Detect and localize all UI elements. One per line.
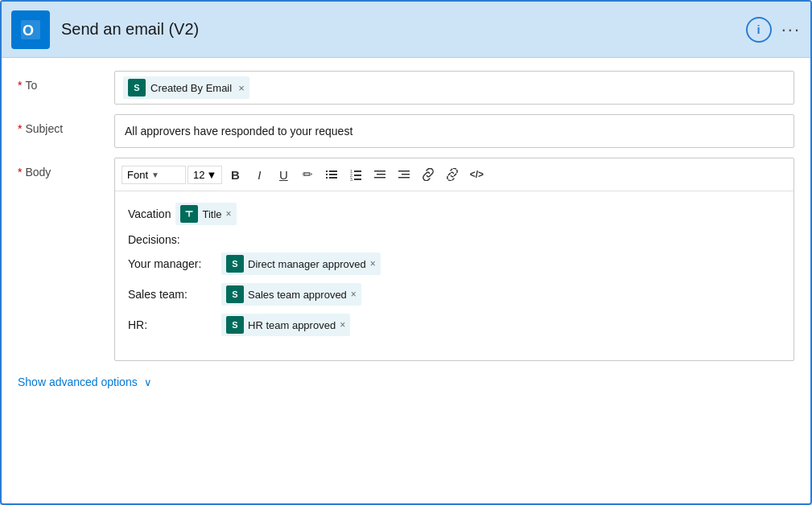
title-tag: Title × <box>175 203 236 225</box>
body-row: *Body Font ▼ 12 ▼ B I <box>18 158 794 361</box>
svg-rect-4 <box>329 170 337 172</box>
decision-tag-1: S Sales team approved × <box>221 283 361 306</box>
to-row: *To S Created By Email × <box>18 71 794 105</box>
svg-rect-10 <box>354 170 361 172</box>
vacation-text: Vacation <box>128 207 171 220</box>
show-advanced-label: Show advanced options <box>18 376 138 388</box>
subject-value: All approvers have responded to your req… <box>125 125 352 138</box>
decision-tag-text-1: Sales team approved <box>248 289 347 301</box>
show-advanced-chevron-icon: ∨ <box>144 376 152 388</box>
decision-row-1: Sales team: S Sales team approved × <box>128 283 781 306</box>
svg-rect-5 <box>326 174 328 175</box>
required-star-to: * <box>18 79 22 92</box>
title-tag-label: Title <box>202 208 221 220</box>
unordered-list-button[interactable] <box>320 163 343 186</box>
ordered-list-button[interactable]: 1. 2. 3. <box>344 163 367 186</box>
decision-tag-icon-0: S <box>226 255 244 273</box>
svg-rect-20 <box>398 177 410 179</box>
decision-tag-0: S Direct manager approved × <box>221 252 381 275</box>
font-select[interactable]: Font ▼ <box>122 166 186 184</box>
decision-tag-text-0: Direct manager approved <box>248 258 366 270</box>
svg-rect-16 <box>377 174 385 175</box>
font-chevron-icon: ▼ <box>151 170 159 179</box>
font-size-chevron-icon: ▼ <box>206 169 216 181</box>
decision-tag-close-2[interactable]: × <box>340 319 345 331</box>
to-tag-label: Created By Email <box>150 82 232 94</box>
svg-rect-12 <box>354 174 361 176</box>
subject-field[interactable]: All approvers have responded to your req… <box>114 114 794 148</box>
svg-rect-18 <box>398 170 410 172</box>
title-tag-close[interactable]: × <box>226 208 232 220</box>
svg-rect-7 <box>326 177 328 179</box>
indent-decrease-button[interactable] <box>369 163 391 186</box>
to-tag-close[interactable]: × <box>238 82 245 94</box>
card-header: O Send an email (V2) i ··· <box>2 2 810 58</box>
required-star-subject: * <box>18 122 22 135</box>
card-content: *To S Created By Email × *Subject All a <box>2 58 810 404</box>
title-tag-icon <box>180 205 198 223</box>
outlook-icon: O <box>11 10 50 49</box>
svg-text:3.: 3. <box>350 177 353 181</box>
to-label: *To <box>18 71 114 92</box>
email-card: O Send an email (V2) i ··· *To S Created… <box>0 0 812 505</box>
italic-button[interactable]: I <box>248 163 270 186</box>
svg-rect-3 <box>326 170 328 172</box>
decision-label-1: Sales team: <box>128 288 216 301</box>
decision-tag-close-0[interactable]: × <box>370 258 376 269</box>
svg-rect-6 <box>329 174 337 175</box>
svg-rect-8 <box>329 177 337 179</box>
font-label: Font <box>127 169 148 181</box>
underline-button[interactable]: U <box>272 163 295 186</box>
decision-label-2: HR: <box>128 318 216 331</box>
decision-tag-close-1[interactable]: × <box>351 289 357 300</box>
font-size-select[interactable]: 12 ▼ <box>188 166 222 184</box>
editor-line-1: Vacation Title × <box>128 203 781 225</box>
link-button[interactable] <box>417 163 439 186</box>
editor-toolbar: Font ▼ 12 ▼ B I U ✏ <box>115 158 793 191</box>
decision-label-0: Your manager: <box>128 257 216 270</box>
decisions-block: Decisions: Your manager: S Direct manage… <box>128 233 781 336</box>
more-options-button[interactable]: ··· <box>781 19 801 40</box>
decision-tag-2: S HR team approved × <box>221 314 350 336</box>
svg-rect-15 <box>374 170 385 172</box>
body-label: *Body <box>18 158 114 179</box>
indent-increase-button[interactable] <box>393 163 415 186</box>
to-tag: S Created By Email × <box>123 76 249 99</box>
editor-area[interactable]: Vacation Title × <box>115 191 793 360</box>
show-advanced-options[interactable]: Show advanced options ∨ <box>18 376 794 388</box>
bold-button[interactable]: B <box>224 163 246 186</box>
highlight-button[interactable]: ✏ <box>296 163 319 186</box>
svg-rect-14 <box>354 179 361 180</box>
svg-text:O: O <box>23 23 34 39</box>
decision-row-2: HR: S HR team approved × <box>128 314 781 336</box>
decision-tag-text-2: HR team approved <box>248 319 336 331</box>
decision-tag-icon-2: S <box>226 316 244 334</box>
body-field: Font ▼ 12 ▼ B I U ✏ <box>114 158 794 361</box>
to-tag-icon: S <box>128 79 146 96</box>
decision-tag-icon-1: S <box>226 285 244 303</box>
header-title: Send an email (V2) <box>61 20 746 39</box>
required-star-body: * <box>18 166 22 179</box>
svg-rect-19 <box>402 174 410 175</box>
decisions-label: Decisions: <box>128 233 781 246</box>
code-button[interactable]: </> <box>465 163 488 186</box>
unlink-button[interactable] <box>441 163 464 186</box>
info-button[interactable]: i <box>746 17 772 43</box>
to-field[interactable]: S Created By Email × <box>114 71 794 105</box>
font-size-value: 12 <box>193 169 204 181</box>
decision-row-0: Your manager: S Direct manager approved … <box>128 252 781 275</box>
subject-label: *Subject <box>18 114 114 135</box>
subject-row: *Subject All approvers have responded to… <box>18 114 794 148</box>
header-actions: i ··· <box>746 17 801 43</box>
svg-rect-17 <box>374 177 385 179</box>
